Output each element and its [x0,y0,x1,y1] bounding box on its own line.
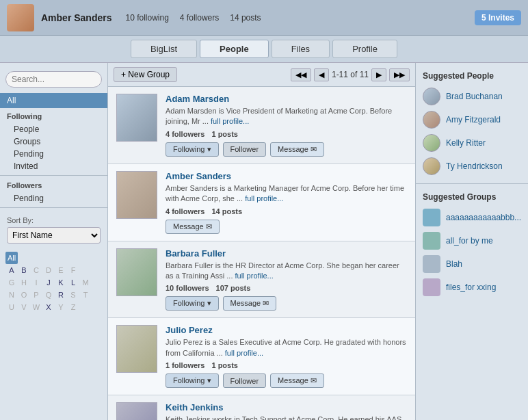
alpha-all[interactable]: All [5,252,18,264]
person-bio: Barbara Fuller is the HR Director at Acm… [166,261,407,282]
full-profile-link[interactable]: full profile... [235,272,274,280]
sidebar: All Following People Groups Pending Invi… [0,63,108,420]
alpha-s: S [67,289,79,301]
header-stats: 10 following 4 followers 14 posts [125,13,261,23]
alpha-a[interactable]: A [5,264,18,276]
sidebar-item-followers-pending[interactable]: Pending [0,192,107,205]
main-layout: All Following People Groups Pending Invi… [0,63,528,420]
alpha-i: I [30,276,42,289]
person-bio: Adam Marsden is Vice President of Market… [166,106,407,127]
list-item: Amber Sanders Amber Sanders is a Marketi… [108,164,415,241]
tab-profile[interactable]: Profile [332,40,397,58]
following-count[interactable]: 10 following [125,13,168,23]
full-profile-link[interactable]: full profile... [211,117,249,125]
pagination: ◀◀ ◀ 1-11 of 11 ▶ ▶▶ [291,68,410,81]
avatar [423,88,440,105]
avatar [423,157,440,175]
suggested-person-kelly[interactable]: Kelly Ritter [416,131,528,155]
page-last-button[interactable]: ▶▶ [389,68,410,81]
suggested-person-name: Kelly Ritter [446,138,486,148]
suggested-group-1[interactable]: aaaaaaaaaaaabbb... [416,206,528,229]
message-button[interactable]: Message ✉ [223,296,277,311]
tab-files[interactable]: Files [272,40,330,58]
list-item: Adam Marsden Adam Marsden is Vice Presid… [108,87,415,164]
person-stats: 10 followers107 posts [166,284,407,292]
header: Amber Sanders 10 following 4 followers 1… [0,0,528,36]
alpha-x[interactable]: X [42,301,55,313]
group-icon [423,209,440,226]
alpha-u: U [5,301,18,313]
suggested-group-3[interactable]: Blah [416,252,528,276]
alpha-f: F [67,264,79,276]
suggested-person-amy[interactable]: Amy Fitzgerald [416,108,528,131]
following-button[interactable]: Following ▾ [166,296,219,311]
page-prev-button[interactable]: ◀ [314,68,329,81]
follower-button[interactable]: Follower [223,142,267,157]
avatar [116,248,157,296]
tab-people[interactable]: People [200,40,269,58]
sidebar-item-pending[interactable]: Pending [0,148,107,160]
alpha-e: E [55,264,67,276]
person-stats: 4 followers14 posts [166,207,407,215]
sidebar-item-all[interactable]: All [0,93,107,108]
alpha-j[interactable]: J [42,276,55,289]
search-container [5,71,102,88]
panel-divider [416,183,528,184]
invites-badge[interactable]: 5 Invites [475,10,521,25]
person-name[interactable]: Amber Sanders [166,171,407,181]
alpha-z: Z [67,301,79,313]
alpha-r[interactable]: R [55,289,67,301]
alpha-d: D [42,264,55,276]
suggested-person-name: Brad Buchanan [446,92,503,101]
person-info: Julio Perez Julio Perez is a Sales Execu… [166,325,407,388]
follower-button[interactable]: Follower [223,373,267,388]
page-next-button[interactable]: ▶ [371,68,386,81]
alpha-b[interactable]: B [18,264,30,276]
suggested-person-ty[interactable]: Ty Hendrickson [416,155,528,178]
message-button[interactable]: Message ✉ [166,220,220,234]
suggested-group-2[interactable]: all_for by me [416,229,528,252]
page-first-button[interactable]: ◀◀ [291,68,311,81]
sort-label: Sort By: [7,216,101,224]
new-group-button[interactable]: + New Group [114,67,177,82]
person-name[interactable]: Barbara Fuller [166,248,407,259]
following-button[interactable]: Following ▾ [166,142,219,157]
posts-count[interactable]: 14 posts [230,13,261,23]
message-button[interactable]: Message ✉ [270,142,324,157]
sidebar-item-people[interactable]: People [0,123,107,135]
avatar [116,94,157,142]
person-name[interactable]: Julio Perez [166,325,407,335]
sidebar-item-groups[interactable]: Groups [0,135,107,148]
message-button[interactable]: Message ✉ [270,373,324,388]
following-button[interactable]: Following ▾ [166,373,219,388]
alpha-k[interactable]: K [55,276,67,289]
nav-tabs: BigList People Files Profile [0,36,528,63]
person-name[interactable]: Adam Marsden [166,94,407,104]
alpha-y: Y [55,301,67,313]
tab-biglist[interactable]: BigList [131,40,197,58]
sort-select[interactable]: First Name Last Name Date Added [7,227,101,244]
person-name[interactable]: Keith Jenkins [166,402,407,412]
alpha-p: P [30,289,42,301]
alpha-c: C [30,264,42,276]
list-item: Julio Perez Julio Perez is a Sales Execu… [108,318,415,395]
right-panel: Suggested People Brad Buchanan Amy Fitzg… [415,63,528,420]
suggested-groups-title: Suggested Groups [416,189,528,206]
alpha-w: W [30,301,42,313]
sidebar-followers-label: Followers [0,179,107,192]
alpha-l[interactable]: L [67,276,79,289]
person-actions: Following ▾ Follower Message ✉ [166,373,407,388]
full-profile-link[interactable]: full profile... [225,349,263,357]
alpha-o: O [18,289,30,301]
avatar [7,4,34,31]
followers-count[interactable]: 4 followers [180,13,219,23]
full-profile-link[interactable]: full profile... [245,194,283,202]
avatar [423,134,440,152]
sidebar-item-invited[interactable]: Invited [0,160,107,172]
person-actions: Following ▾ Follower Message ✉ [166,142,407,157]
suggested-person-brad[interactable]: Brad Buchanan [416,85,528,108]
group-icon [423,278,440,296]
search-input[interactable] [5,71,102,88]
group-name: all_for by me [446,236,493,246]
suggested-group-4[interactable]: files_for xxing [416,276,528,299]
